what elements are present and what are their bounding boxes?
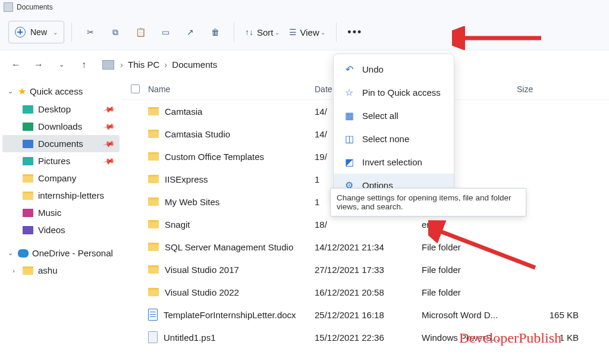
menu-undo[interactable]: ↶ Undo bbox=[334, 58, 454, 81]
chevron-down-icon: ⌄ bbox=[53, 29, 58, 36]
window-title: Documents bbox=[17, 3, 53, 11]
title-bar: Documents bbox=[0, 0, 609, 14]
sidebar-item-music[interactable]: Music bbox=[2, 204, 120, 221]
sidebar-onedrive[interactable]: ⌄ OneDrive - Personal bbox=[2, 244, 120, 262]
sidebar: ⌄ ★ Quick access Desktop📌Downloads📌Docum… bbox=[0, 79, 122, 364]
folder-icon bbox=[148, 152, 159, 161]
file-name: Untitled1.ps1 bbox=[164, 332, 216, 343]
sidebar-item-internship-letters[interactable]: internship-letters bbox=[2, 187, 120, 204]
back-button[interactable]: ← bbox=[6, 55, 26, 75]
sidebar-item-documents[interactable]: Documents📌 bbox=[2, 135, 120, 152]
paste-button[interactable]: 📋 bbox=[129, 21, 152, 43]
forward-button[interactable]: → bbox=[29, 55, 49, 75]
sidebar-item-label: Desktop bbox=[38, 104, 71, 114]
invert-icon: ◩ bbox=[343, 156, 355, 168]
rename-button[interactable]: ▭ bbox=[154, 21, 177, 43]
file-row[interactable]: Visual Studio 202216/12/2021 20:58File f… bbox=[122, 281, 609, 303]
col-size[interactable]: Size bbox=[517, 84, 588, 94]
watermark: DeveloperPublish bbox=[459, 330, 561, 346]
file-name: SQL Server Management Studio bbox=[165, 242, 293, 252]
undo-icon: ↶ bbox=[343, 64, 355, 75]
sidebar-item-desktop[interactable]: Desktop📌 bbox=[2, 101, 120, 118]
delete-button[interactable]: 🗑 bbox=[204, 21, 227, 43]
col-name[interactable]: Name bbox=[148, 84, 315, 94]
trash-icon: 🗑 bbox=[211, 27, 219, 37]
chevron-down-icon: ⌄ bbox=[6, 249, 14, 257]
up-button[interactable]: ↑ bbox=[74, 55, 94, 75]
folder-icon bbox=[148, 220, 159, 228]
sidebar-item-ashu[interactable]: › ashu bbox=[2, 262, 120, 279]
folder-window-icon bbox=[4, 2, 13, 12]
ellipsis-icon: ••• bbox=[347, 26, 362, 39]
new-button[interactable]: New ⌄ bbox=[8, 21, 64, 43]
chevron-right-icon: › bbox=[120, 59, 123, 70]
sidebar-item-pictures[interactable]: Pictures📌 bbox=[2, 152, 120, 170]
share-button[interactable]: ↗ bbox=[179, 21, 202, 43]
file-row[interactable]: Visual Studio 201727/12/2021 17:33File f… bbox=[122, 258, 609, 281]
word-doc-icon bbox=[148, 309, 158, 321]
pin-icon: 📌 bbox=[102, 120, 115, 133]
sidebar-item-downloads[interactable]: Downloads📌 bbox=[2, 118, 120, 135]
main-split: ⌄ ★ Quick access Desktop📌Downloads📌Docum… bbox=[0, 79, 609, 364]
folder-icon bbox=[23, 226, 33, 234]
file-date: 18/ bbox=[315, 219, 422, 230]
more-button[interactable]: ••• bbox=[344, 21, 366, 43]
menu-select-all[interactable]: ▦ Select all bbox=[334, 104, 454, 127]
separator bbox=[336, 23, 337, 42]
rename-icon: ▭ bbox=[162, 27, 169, 37]
sidebar-item-label: Music bbox=[38, 208, 61, 218]
crumb-root[interactable]: This PC bbox=[128, 59, 159, 70]
sidebar-item-company[interactable]: Company bbox=[2, 170, 120, 187]
menu-label: Select all bbox=[362, 111, 398, 121]
crumb-current[interactable]: Documents bbox=[172, 59, 217, 70]
sidebar-item-label: ashu bbox=[38, 265, 58, 275]
paste-icon: 📋 bbox=[136, 27, 146, 37]
folder-icon bbox=[148, 130, 159, 138]
pin-icon: 📌 bbox=[102, 103, 115, 115]
sort-label: Sort bbox=[257, 27, 274, 37]
folder-icon bbox=[148, 288, 159, 296]
chevron-down-icon: ⌄ bbox=[275, 29, 280, 36]
file-type: File folder bbox=[422, 287, 517, 297]
sort-icon: ↑↓ bbox=[245, 27, 253, 37]
sidebar-quick-access[interactable]: ⌄ ★ Quick access bbox=[2, 82, 120, 101]
star-outline-icon: ☆ bbox=[343, 87, 355, 98]
folder-icon bbox=[148, 197, 159, 206]
folder-icon bbox=[23, 140, 33, 148]
cut-button[interactable]: ✂ bbox=[79, 21, 102, 43]
view-button[interactable]: ☰ View ⌄ bbox=[285, 21, 329, 43]
file-date: 15/12/2021 22:36 bbox=[315, 332, 422, 343]
list-icon: ☰ bbox=[289, 27, 297, 37]
menu-pin-quick-access[interactable]: ☆ Pin to Quick access bbox=[334, 81, 454, 104]
file-row[interactable]: TemplateForInternshipLetter.docx25/12/20… bbox=[122, 303, 609, 326]
sidebar-item-label: Documents bbox=[38, 139, 83, 149]
sort-button[interactable]: ↑↓ Sort ⌄ bbox=[241, 21, 283, 43]
location-folder-icon bbox=[102, 60, 114, 70]
new-label: New bbox=[30, 27, 47, 37]
pin-icon: 📌 bbox=[102, 137, 115, 150]
file-name: TemplateForInternshipLetter.docx bbox=[164, 310, 296, 320]
sidebar-onedrive-label: OneDrive - Personal bbox=[32, 248, 113, 258]
file-name: Camtasia bbox=[165, 106, 202, 117]
copy-button[interactable]: ⧉ bbox=[104, 21, 127, 43]
menu-select-none[interactable]: ◫ Select none bbox=[334, 127, 454, 150]
chevron-down-icon: ⌄ bbox=[6, 87, 14, 95]
share-icon: ↗ bbox=[187, 27, 194, 37]
file-name: Snagit bbox=[165, 219, 190, 230]
breadcrumb[interactable]: › This PC › Documents bbox=[120, 59, 217, 70]
recent-button[interactable]: ⌄ bbox=[51, 55, 71, 75]
menu-label: Pin to Quick access bbox=[362, 87, 441, 98]
menu-label: Undo bbox=[362, 64, 384, 74]
file-date: 25/12/2021 16:18 bbox=[315, 310, 422, 320]
folder-icon bbox=[23, 266, 33, 275]
sidebar-item-label: Downloads bbox=[38, 121, 82, 131]
file-row[interactable]: SQL Server Management Studio14/12/2021 2… bbox=[122, 236, 609, 258]
select-all-checkbox[interactable] bbox=[131, 84, 140, 93]
more-menu: ↶ Undo ☆ Pin to Quick access ▦ Select al… bbox=[333, 54, 454, 201]
menu-label: Select none bbox=[362, 134, 409, 144]
file-type: File folder bbox=[422, 265, 517, 275]
sidebar-item-videos[interactable]: Videos bbox=[2, 221, 120, 239]
folder-icon bbox=[148, 243, 159, 251]
folder-icon bbox=[23, 209, 33, 217]
menu-invert-selection[interactable]: ◩ Invert selection bbox=[334, 150, 454, 174]
